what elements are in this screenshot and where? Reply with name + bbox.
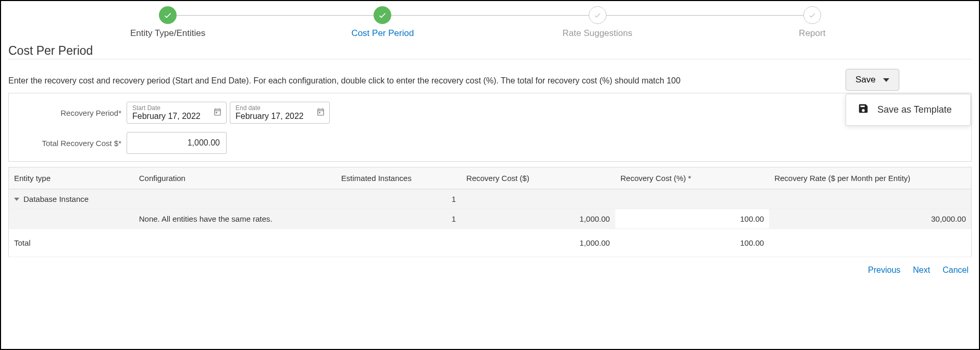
save-dropdown-menu: Save as Template: [846, 94, 971, 126]
next-button[interactable]: Next: [913, 265, 930, 275]
end-date-value: February 17, 2022: [235, 112, 304, 121]
table-row: Database Instance 1: [9, 189, 972, 209]
recovery-form: Recovery Period* Start Date February 17,…: [8, 93, 972, 162]
recovery-cost-dollar-cell: [461, 189, 615, 209]
caret-down-icon: [883, 78, 889, 82]
save-as-template-item[interactable]: Save as Template: [846, 98, 970, 122]
step-report[interactable]: Report: [705, 6, 920, 39]
calendar-icon: [213, 107, 222, 118]
check-icon: [803, 6, 821, 24]
entity-type-cell[interactable]: Database Instance: [9, 189, 134, 209]
recovery-cost-pct-cell[interactable]: 100.00: [615, 209, 770, 229]
recovery-cost-dollar-cell[interactable]: 1,000.00: [461, 209, 615, 229]
step-label: Cost Per Period: [351, 28, 414, 39]
check-icon: [589, 6, 606, 24]
recovery-period-row: Recovery Period* Start Date February 17,…: [18, 102, 962, 124]
divider: [8, 59, 972, 59]
entity-type-cell: [9, 209, 134, 229]
recovery-rate-cell: [769, 189, 971, 209]
end-date-label: End date: [235, 104, 304, 112]
table-header-row: Entity type Configuration Estimated Inst…: [9, 167, 972, 189]
table-total-row: Total 1,000.00 100.00: [9, 229, 972, 257]
toolbar: Save Save as Template: [846, 69, 971, 126]
configuration-cell: None. All entities have the same rates.: [134, 209, 336, 229]
dropdown-item-label: Save as Template: [877, 104, 952, 115]
configuration-cell: [134, 189, 336, 209]
calendar-icon: [316, 107, 325, 118]
est-instances-cell: 1: [336, 209, 461, 229]
col-entity-type[interactable]: Entity type: [9, 167, 134, 189]
instructions-text: Enter the recovery cost and recovery per…: [8, 76, 972, 86]
table-row: None. All entities have the same rates. …: [9, 209, 972, 229]
total-cost-value: 1,000.00: [188, 138, 220, 148]
total-cost-input[interactable]: 1,000.00: [127, 132, 227, 154]
col-recovery-cost-dollar[interactable]: Recovery Cost ($): [461, 167, 615, 189]
save-icon: [858, 103, 869, 117]
col-est-instances[interactable]: Estimated Instances: [336, 167, 461, 189]
previous-button[interactable]: Previous: [868, 265, 900, 275]
start-date-value: February 17, 2022: [132, 112, 201, 121]
page-title: Cost Per Period: [8, 44, 972, 58]
step-label: Rate Suggestions: [563, 28, 632, 39]
entity-type-value: Database Instance: [23, 195, 89, 203]
total-cost-label: Total Recovery Cost $*: [18, 139, 127, 148]
col-configuration[interactable]: Configuration: [134, 167, 336, 189]
step-label: Report: [799, 28, 825, 39]
total-cost-row: Total Recovery Cost $* 1,000.00: [18, 132, 962, 154]
est-instances-cell: 1: [336, 189, 461, 209]
col-recovery-cost-pct[interactable]: Recovery Cost (%) *: [615, 167, 770, 189]
start-date-label: Start Date: [132, 104, 201, 112]
start-date-field[interactable]: Start Date February 17, 2022: [127, 102, 227, 124]
total-rc-dollar: 1,000.00: [461, 229, 615, 257]
recovery-rate-cell: 30,000.00: [769, 209, 971, 229]
step-rate-suggestions[interactable]: Rate Suggestions: [490, 6, 705, 39]
check-icon: [159, 6, 177, 24]
progress-stepper: Entity Type/Entities Cost Per Period Rat…: [60, 6, 920, 39]
recovery-cost-pct-cell: [615, 189, 770, 209]
wizard-footer: Previous Next Cancel: [8, 257, 972, 275]
check-icon: [374, 6, 391, 24]
col-recovery-rate[interactable]: Recovery Rate ($ per Month per Entity): [769, 167, 971, 189]
total-label-cell: Total: [9, 229, 134, 257]
recovery-period-label: Recovery Period*: [18, 108, 127, 117]
wizard-page: Entity Type/Entities Cost Per Period Rat…: [0, 0, 980, 350]
save-button-label: Save: [855, 75, 876, 85]
recovery-table: Entity type Configuration Estimated Inst…: [8, 167, 972, 257]
step-entity-type[interactable]: Entity Type/Entities: [60, 6, 275, 39]
total-rc-pct: 100.00: [615, 229, 770, 257]
save-button[interactable]: Save: [846, 69, 899, 91]
step-cost-per-period[interactable]: Cost Per Period: [275, 6, 490, 39]
cancel-button[interactable]: Cancel: [942, 265, 969, 275]
step-label: Entity Type/Entities: [130, 28, 205, 39]
end-date-field[interactable]: End date February 17, 2022: [230, 102, 330, 124]
expand-icon[interactable]: [14, 198, 19, 201]
